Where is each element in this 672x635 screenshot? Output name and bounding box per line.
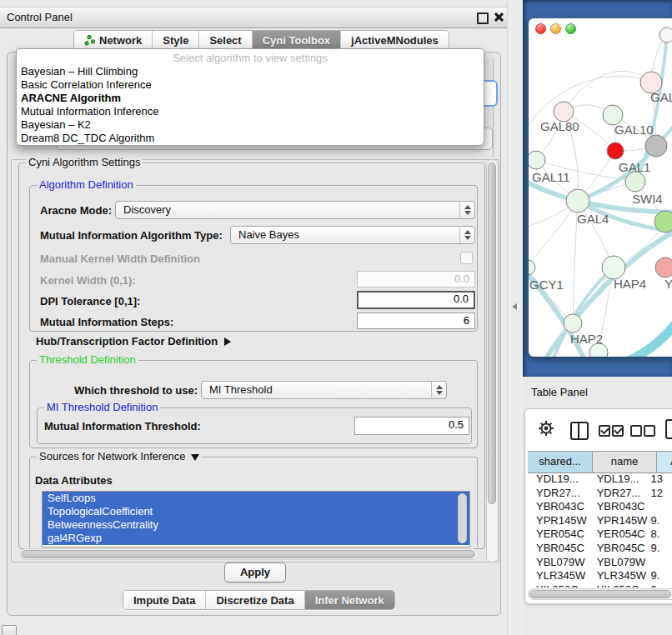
table-row[interactable]: YDL19...YDL19...13: [528, 472, 672, 487]
aracne-mode-label: Aracne Mode:: [40, 204, 112, 217]
tab-impute-data[interactable]: Impute Data: [123, 591, 206, 609]
table-cell: YBR045C: [528, 542, 589, 556]
attribute-item-gal4rgexp[interactable]: gal4RGexp: [43, 532, 469, 545]
deselect-checkbox-icon2[interactable]: [644, 425, 655, 437]
tab-discretize-data[interactable]: Discretize Data: [206, 591, 304, 609]
tab-label: Select: [209, 34, 241, 47]
network-node[interactable]: [654, 211, 672, 232]
network-node-gal4[interactable]: [566, 189, 589, 212]
mi-type-combo[interactable]: Naive Bayes: [230, 226, 475, 244]
table-row[interactable]: YDR27...YDR27...12: [528, 487, 672, 501]
deselect-checkbox-icon[interactable]: [630, 425, 642, 437]
tab-label: Cyni Toolbox: [263, 34, 330, 47]
network-node-gcy1[interactable]: [529, 260, 535, 275]
table-horizontal-scrollbar[interactable]: [528, 588, 672, 600]
settings-vertical-scrollbar-thumb[interactable]: [488, 162, 496, 504]
table-horizontal-scrollbar-thumb[interactable]: [529, 590, 671, 598]
network-node-swi4[interactable]: [625, 172, 645, 192]
kernel-width-field[interactable]: 0.0: [357, 271, 475, 288]
expand-right-icon: [224, 338, 231, 346]
window-close-icon[interactable]: [535, 23, 546, 34]
network-node-hap4[interactable]: [602, 256, 625, 279]
table-row[interactable]: YBR045CYBR045C9.: [528, 542, 672, 556]
network-node[interactable]: [645, 135, 667, 157]
network-node-gal11[interactable]: [529, 151, 545, 169]
app-root: Control Panel NetworkStyleSelectCyni Too…: [0, 0, 672, 635]
window-minimize-icon[interactable]: [550, 23, 561, 34]
table-row[interactable]: YIL052CYIL052C0.: [528, 583, 672, 588]
network-node-gal1[interactable]: [607, 142, 624, 159]
table-row[interactable]: YER054CYER054C8.: [528, 528, 672, 542]
column-header-a[interactable]: A: [657, 452, 672, 472]
attribute-item-selfloops[interactable]: SelfLoops: [43, 492, 469, 505]
algorithm-dropdown-options: Bayesian – Hill ClimbingBasic Correlatio…: [17, 65, 484, 145]
network-node-label: GAL4: [577, 212, 609, 226]
table-row[interactable]: YLR345WYLR345W9.: [528, 569, 672, 583]
manual-kernel-checkbox[interactable]: [460, 252, 473, 264]
dpi-tolerance-field[interactable]: 0.0: [357, 291, 475, 309]
select-all-checkbox-icon[interactable]: [599, 425, 610, 437]
table-cell: YBR045C: [589, 542, 649, 556]
settings-horizontal-scrollbar[interactable]: [20, 548, 479, 560]
table-cell: 12: [648, 487, 672, 501]
network-node[interactable]: [659, 28, 672, 42]
algorithm-option-basic-correlation-inference[interactable]: Basic Correlation Inference: [17, 78, 484, 92]
mi-steps-field[interactable]: 6: [357, 312, 475, 329]
table-row[interactable]: YPR145WYPR145W9.: [528, 514, 672, 528]
settings-viewport: Cyni Algorithm Settings Algorithm Defini…: [11, 159, 499, 562]
apply-button[interactable]: Apply: [224, 562, 286, 582]
mi-threshold-field[interactable]: 0.5: [354, 417, 469, 435]
kernel-width-label: Kernel Width (0,1):: [40, 274, 136, 287]
network-node-label: SWI4: [632, 192, 663, 206]
collapse-left-icon[interactable]: [512, 303, 517, 310]
control-panel-tabs: NetworkStyleSelectCyni ToolboxjActiveMNo…: [73, 30, 449, 50]
algorithm-option-aracne-algorithm[interactable]: ARACNE Algorithm: [17, 92, 484, 105]
tab-cyni-toolbox[interactable]: Cyni Toolbox: [253, 31, 341, 49]
window-zoom-icon[interactable]: [565, 23, 576, 34]
attribute-item-betweennesscentrality[interactable]: BetweennessCentrality: [43, 518, 469, 532]
algorithm-option-mutual-information-inference[interactable]: Mutual Information Inference: [17, 105, 484, 118]
threshold-definition-title: Threshold Definition: [37, 354, 138, 366]
table-row[interactable]: YBL079WYBL079W: [528, 556, 672, 570]
settings-horizontal-scrollbar-thumb[interactable]: [22, 550, 475, 558]
column-header-name[interactable]: name: [593, 452, 657, 472]
float-window-icon[interactable]: [477, 12, 489, 24]
network-window[interactable]: GALGAL80GAL10GAL1GAL11SWI4GAL4GCY1HAP4YH…: [529, 18, 672, 357]
table-panel-titlebar: Table Panel: [523, 377, 672, 405]
table-mode-icon[interactable]: [665, 419, 672, 439]
table-cell: 9.: [648, 514, 672, 528]
mi-type-label: Mutual Information Algorithm Type:: [40, 229, 223, 242]
tab-select[interactable]: Select: [199, 31, 252, 49]
network-node-hap2[interactable]: [564, 314, 582, 332]
select-all-checkbox-icon2[interactable]: [612, 425, 624, 437]
table-cell: YBR043C: [589, 500, 649, 514]
tab-infer-network[interactable]: Infer Network: [305, 591, 394, 609]
tab-jactivemnodules[interactable]: jActiveMNodules: [341, 31, 449, 49]
attribute-item-topologicalcoefficient[interactable]: TopologicalCoefficient: [43, 505, 469, 518]
network-node-y[interactable]: [655, 258, 672, 278]
table-cell: YDL19...: [589, 472, 649, 487]
tab-network[interactable]: Network: [74, 31, 153, 49]
sources-title-toggle[interactable]: Sources for Network Inference: [37, 451, 202, 462]
settings-vertical-scrollbar[interactable]: [486, 159, 499, 562]
collapsed-panel-button[interactable]: [2, 625, 17, 635]
gear-icon[interactable]: [537, 419, 555, 438]
hub-section-toggle[interactable]: Hub/Transcription Factor Definition: [36, 335, 231, 348]
close-icon[interactable]: [493, 12, 504, 22]
algorithm-option-dream8-dc-tdc-algorithm[interactable]: Dream8 DC_TDC Algorithm: [17, 132, 484, 145]
table-row[interactable]: YBR043CYBR043C: [528, 500, 672, 514]
algorithm-option-bayesian-hill-climbing[interactable]: Bayesian – Hill Climbing: [17, 65, 484, 78]
attr-list-scrollbar-thumb[interactable]: [458, 493, 467, 543]
column-header-shared[interactable]: shared...: [528, 452, 593, 472]
table-cell: YDL19...: [528, 472, 589, 487]
tab-style[interactable]: Style: [153, 31, 199, 49]
aracne-mode-combo[interactable]: Discovery: [115, 201, 475, 219]
network-canvas[interactable]: GALGAL80GAL10GAL1GAL11SWI4GAL4GCY1HAP4YH…: [529, 18, 672, 357]
dpi-tolerance-label: DPI Tolerance [0,1]:: [40, 295, 140, 308]
columns-icon[interactable]: [570, 422, 589, 440]
network-node-label: GCY1: [529, 278, 564, 292]
which-threshold-combo[interactable]: MI Threshold: [201, 381, 447, 399]
network-icon: [84, 34, 95, 46]
panel-divider[interactable]: [507, 0, 524, 635]
algorithm-option-bayesian-k2[interactable]: Bayesian – K2: [17, 118, 484, 132]
